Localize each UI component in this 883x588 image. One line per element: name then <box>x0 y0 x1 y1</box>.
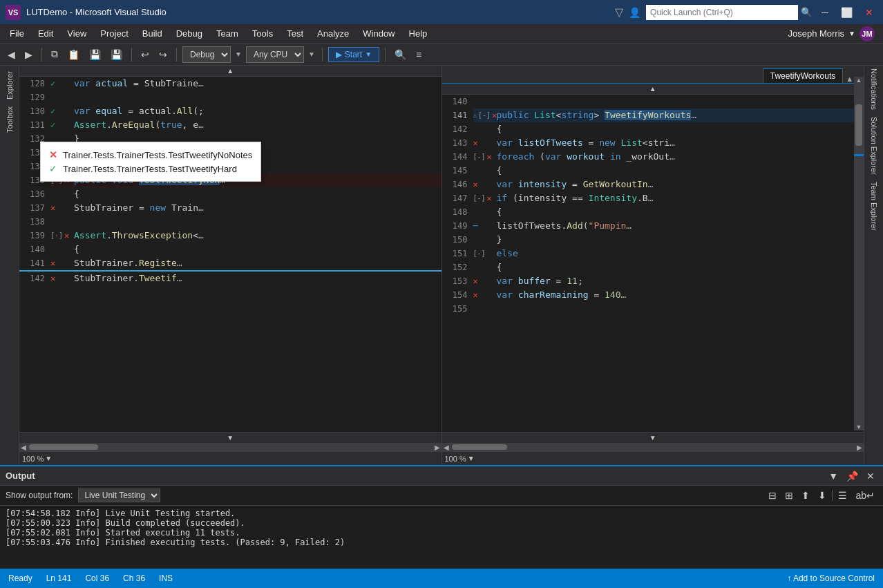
config-dropdown[interactable]: Debug <box>182 46 231 63</box>
output-line-2: [07:55:00.323 Info] Build completed (suc… <box>6 518 877 528</box>
minimize-button[interactable]: ─ <box>817 6 833 19</box>
menu-analyze[interactable]: Analyze <box>310 26 356 41</box>
left-h-thumb[interactable] <box>29 444 98 450</box>
code-line-131: 131 ✓ Assert.AreEqual(true, e… <box>19 118 442 132</box>
menu-test[interactable]: Test <box>280 26 310 41</box>
right-code-area[interactable]: 140 141 ⚠ [-] ✕ public List<string> Twee… <box>442 95 864 432</box>
team-explorer-label[interactable]: Team Explorer <box>870 182 878 231</box>
check-icon-128: ✓ <box>50 77 55 91</box>
close-button[interactable]: ✕ <box>861 6 877 19</box>
code-line-138: 138 <box>19 215 442 229</box>
redo-button[interactable]: ↪ <box>155 48 171 61</box>
more-toolbar-button[interactable]: ≡ <box>412 48 425 61</box>
output-filter3-icon[interactable]: ⬆ <box>799 489 813 502</box>
right-active-tab[interactable]: TweetifyWorkouts <box>763 68 843 83</box>
filter-icon[interactable]: ▽ <box>615 6 623 19</box>
left-scroll-bottom[interactable]: ▼ <box>19 432 442 443</box>
left-h-scrollbar[interactable]: ◀ ▶ <box>19 443 442 451</box>
right-panel-strip: Notifications Solution Explorer Team Exp… <box>864 66 883 465</box>
collapse-icon-r141[interactable]: [-] <box>478 108 491 122</box>
search-icon[interactable]: 🔍 <box>801 7 812 17</box>
menu-build[interactable]: Build <box>135 26 169 41</box>
tooltip-passed-test: Trainer.Tests.TrainerTests.TestTweetifyH… <box>63 164 237 174</box>
menu-project[interactable]: Project <box>93 26 135 41</box>
tab-scroll-up-icon[interactable]: ▲ <box>846 75 853 83</box>
output-word-wrap-icon[interactable]: ab↵ <box>853 489 877 502</box>
right-h-scrollbar[interactable]: ◀ ▶ <box>442 443 864 451</box>
warning-icon-141: ⚠ <box>473 108 477 122</box>
undo-button[interactable]: ↩ <box>137 48 153 61</box>
right-scroll-top[interactable]: ▲ <box>442 84 864 95</box>
output-filter2-icon[interactable]: ⊞ <box>782 489 796 502</box>
save-all-button[interactable]: 💾 <box>107 48 126 61</box>
r-scroll-right-btn[interactable]: ▶ <box>855 444 864 451</box>
solution-explorer-label[interactable]: Solution Explorer <box>870 117 878 175</box>
back-button[interactable]: ◀ <box>4 48 19 61</box>
user-dropdown-icon[interactable]: ▼ <box>848 30 855 37</box>
toolbox-strip-label[interactable]: Toolbox <box>4 104 15 135</box>
vscroll-down-btn[interactable]: ▼ <box>854 424 864 430</box>
quick-launch-input[interactable] <box>646 5 798 20</box>
add-to-source-control[interactable]: ↑ Add to Source Control <box>787 573 875 583</box>
output-source-select[interactable]: Live Unit Testing <box>78 489 160 502</box>
menu-file[interactable]: File <box>3 26 31 41</box>
search-toolbar-button[interactable]: 🔍 <box>391 48 410 61</box>
output-filter4-icon[interactable]: ⬇ <box>815 489 829 502</box>
output-dropdown-icon[interactable]: ▼ <box>826 469 841 483</box>
vscroll-up-btn[interactable]: ▲ <box>854 77 864 84</box>
output-clear-icon[interactable]: ☰ <box>835 489 850 502</box>
r-code-line-144: 144 [-] ✕ foreach (var workout in _workO… <box>442 150 864 164</box>
menu-team[interactable]: Team <box>209 26 245 41</box>
collapse-icon-r151[interactable]: [-] <box>473 247 486 260</box>
save-button[interactable]: 💾 <box>86 48 104 61</box>
right-zoom-dropdown[interactable]: ▼ <box>468 455 475 462</box>
output-filter1-icon[interactable]: ⊟ <box>766 489 779 502</box>
collapse-icon-r147[interactable]: [-] <box>473 191 486 205</box>
account-icon[interactable]: 👤 <box>629 7 640 18</box>
restore-button[interactable]: ⬜ <box>837 6 857 19</box>
menu-edit[interactable]: Edit <box>31 26 60 41</box>
explorer-strip-label[interactable]: Explorer <box>4 68 15 102</box>
output-close-icon[interactable]: ✕ <box>864 469 877 483</box>
scroll-right-btn[interactable]: ▶ <box>433 444 442 451</box>
left-zoom-bar: 100 % ▼ <box>19 451 442 465</box>
paste-button[interactable]: 📋 <box>64 48 83 61</box>
platform-dropdown[interactable]: Any CPU <box>246 46 304 63</box>
title-bar: VS LUTDemo - Microsoft Visual Studio ▽ 👤… <box>0 0 883 24</box>
scroll-up-icon: ▲ <box>227 67 234 75</box>
r-code-line-147: 147 [-] ✕ if (intensity == Intensity.B… <box>442 191 864 205</box>
scroll-left-btn[interactable]: ◀ <box>19 444 28 451</box>
r-scroll-left-btn[interactable]: ◀ <box>442 444 450 451</box>
tooltip-failed-test: Trainer.Tests.TrainerTests.TestTweetifyN… <box>63 150 252 160</box>
collapse-icon-r144[interactable]: [-] <box>473 150 486 164</box>
code-line-142: 142 ✕ StubTrainer.Tweetif… <box>19 272 442 285</box>
start-button[interactable]: ▶ Start ▼ <box>328 47 379 62</box>
menu-debug[interactable]: Debug <box>169 26 209 41</box>
right-v-scrollbar[interactable]: ▲ ▼ <box>854 77 864 430</box>
fail-icon-r146: ✕ <box>473 178 478 191</box>
forward-button[interactable]: ▶ <box>21 48 36 61</box>
menu-view[interactable]: View <box>60 26 93 41</box>
notifications-label[interactable]: Notifications <box>870 68 878 110</box>
tooltip-failed-row: ✕ Trainer.Tests.TrainerTests.TestTweetif… <box>49 148 252 162</box>
left-scroll-top[interactable]: ▲ <box>19 66 442 77</box>
output-pin-icon[interactable]: 📌 <box>844 469 861 483</box>
user-section[interactable]: Joseph Morris ▼ JM <box>788 26 880 41</box>
left-panel-strip: Explorer Toolbox <box>0 66 19 465</box>
menu-help[interactable]: Help <box>402 26 435 41</box>
menu-tools[interactable]: Tools <box>245 26 280 41</box>
right-v-thumb[interactable] <box>855 104 862 146</box>
menu-window[interactable]: Window <box>356 26 401 41</box>
code-line-129: 129 <box>19 91 442 104</box>
copy-button[interactable]: ⧉ <box>48 47 61 61</box>
r-code-line-153: 153 ✕ var buffer = 11; <box>442 274 864 288</box>
r-code-line-146: 146 ✕ var intensity = GetWorkoutIn… <box>442 178 864 191</box>
right-scroll-bottom[interactable]: ▼ <box>442 432 864 443</box>
main-area: Explorer Toolbox ✕ Trainer.Tests.Trainer… <box>0 66 883 465</box>
collapse-icon-139[interactable]: [-] <box>50 229 63 243</box>
user-avatar[interactable]: JM <box>860 26 875 41</box>
left-zoom-dropdown[interactable]: ▼ <box>45 455 52 462</box>
left-code-area[interactable]: 128 ✓ var actual = StubTraine… 129 130 ✓… <box>19 77 442 432</box>
right-h-thumb[interactable] <box>452 444 507 450</box>
output-body[interactable]: [07:54:58.182 Info] Live Unit Testing st… <box>0 506 883 569</box>
